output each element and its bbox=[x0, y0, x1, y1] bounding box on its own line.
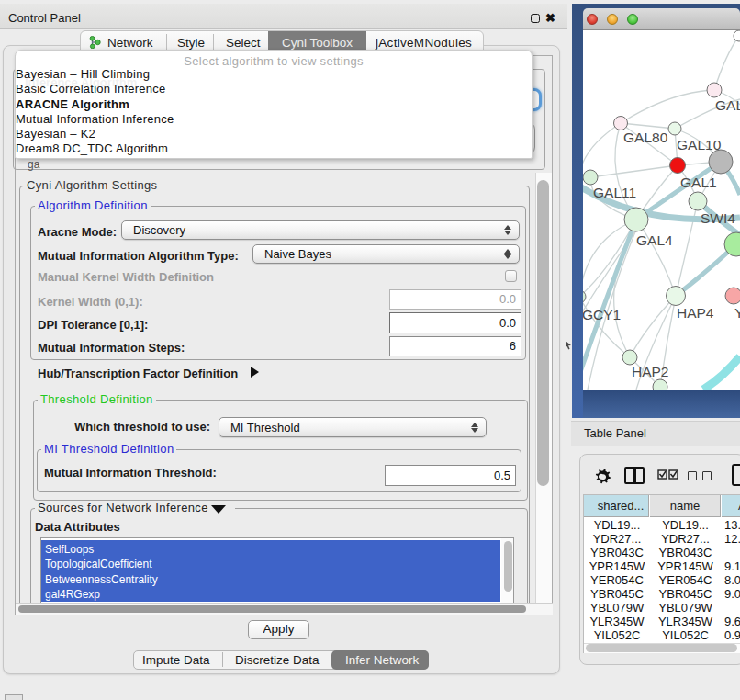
svg-text:HAP2: HAP2 bbox=[632, 364, 669, 379]
svg-text:GAL4: GAL4 bbox=[636, 232, 673, 248]
svg-text:SWI4: SWI4 bbox=[701, 210, 735, 226]
svg-text:GAL7: GAL7 bbox=[715, 97, 740, 113]
svg-text:GAL10: GAL10 bbox=[677, 137, 722, 152]
svg-text:Y: Y bbox=[734, 305, 740, 321]
svg-text:GAL11: GAL11 bbox=[593, 185, 636, 200]
svg-text:GCY1: GCY1 bbox=[583, 307, 621, 322]
svg-text:GAL1: GAL1 bbox=[680, 175, 717, 190]
svg-text:GAL80: GAL80 bbox=[623, 130, 668, 145]
svg-text:HAP4: HAP4 bbox=[677, 305, 714, 321]
